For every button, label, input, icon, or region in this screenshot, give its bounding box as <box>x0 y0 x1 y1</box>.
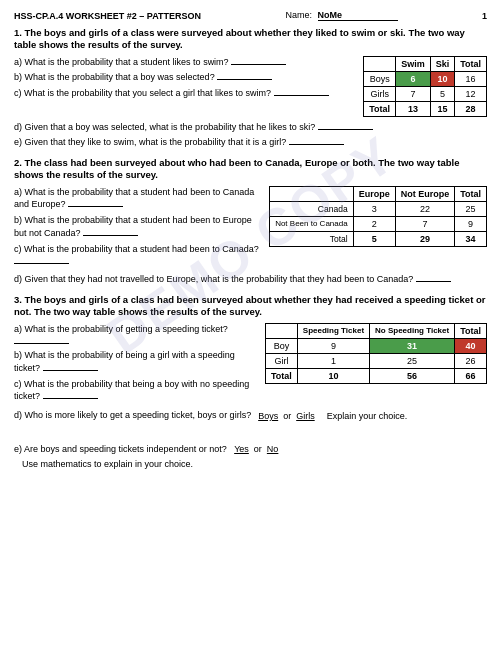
s1-boys-swim: 6 <box>396 71 431 86</box>
q3c: c) What is the probability that being a … <box>14 378 257 403</box>
q1d-answer <box>318 129 373 130</box>
s2-header-europe: Europe <box>353 186 395 201</box>
s2-header-0 <box>270 186 354 201</box>
worksheet-title: HSS-CP.A.4 WORKSHEET #2 – PATTERSON <box>14 11 201 21</box>
q1a-text: What is the probability that a student l… <box>25 57 229 67</box>
q1c-label: c) <box>14 88 22 98</box>
s2-total-total: 34 <box>455 231 487 246</box>
q1e: e) Given that they like to swim, what is… <box>14 136 487 149</box>
s3-header-nospeeding: No Speeding Ticket <box>370 323 455 338</box>
s2-canada-europe: 3 <box>353 201 395 216</box>
section-2-table: Europe Not Europe Total Canada 3 22 25 N… <box>269 186 487 247</box>
q1b-answer <box>217 79 272 80</box>
q3d: d) Who is more likely to get a speeding … <box>14 410 487 422</box>
q2a-label: a) <box>14 187 22 197</box>
q1b-text: What is the probability that a boy was s… <box>25 72 215 82</box>
q3b: b) What is the probability of being a gi… <box>14 349 257 374</box>
q3b-label: b) <box>14 350 22 360</box>
q2b-answer <box>83 235 138 236</box>
name-label: Name: <box>286 10 313 20</box>
s2-canada-total: 25 <box>455 201 487 216</box>
q3a-text: What is the probability of getting a spe… <box>25 324 228 334</box>
s3-header-0 <box>266 323 298 338</box>
s1-boys-total: 16 <box>455 71 487 86</box>
q3e-space <box>14 474 487 492</box>
q3b-answer <box>43 370 98 371</box>
q3e-text: Are boys and speeding tickets independen… <box>24 444 227 454</box>
s2-total-label: Total <box>270 231 354 246</box>
q1d-label: d) <box>14 122 22 132</box>
s1-total-ski: 15 <box>430 101 455 116</box>
s1-row-girls: Girls 7 5 12 <box>364 86 487 101</box>
section-3-title: 3. The boys and girls of a class had bee… <box>14 294 487 319</box>
s1-header-0 <box>364 56 396 71</box>
s2-notcanada-europe: 2 <box>353 216 395 231</box>
name-value: NoMe <box>318 10 398 21</box>
q3c-label: c) <box>14 379 22 389</box>
s3-boy-label: Boy <box>266 338 298 353</box>
s3-girl-ns: 25 <box>370 353 455 368</box>
s1-row-total: Total 13 15 28 <box>364 101 487 116</box>
s2-canada-label: Canada <box>270 201 354 216</box>
q1c-answer <box>274 95 329 96</box>
s2-canada-noteurope: 22 <box>395 201 455 216</box>
s1-total-label: Total <box>364 101 396 116</box>
q2c-text: What is the probability that a student h… <box>24 244 259 254</box>
q1e-answer <box>289 144 344 145</box>
s3-total-s: 10 <box>297 368 369 383</box>
s1-girls-ski: 5 <box>430 86 455 101</box>
s3-header-total: Total <box>455 323 487 338</box>
q1a-label: a) <box>14 57 22 67</box>
q2d: d) Given that they had not travelled to … <box>14 273 487 286</box>
section-3-questions: a) What is the probability of getting a … <box>14 323 257 406</box>
name-area: Name: NoMe <box>286 10 398 21</box>
q3d-space <box>14 425 487 443</box>
s3-row-boy: Boy 9 31 40 <box>266 338 487 353</box>
q2c-answer <box>14 263 69 264</box>
section-3-table: Speeding Ticket No Speeding Ticket Total… <box>265 323 487 384</box>
q3d-label: d) <box>14 410 22 420</box>
q3a-label: a) <box>14 324 22 334</box>
q3a-answer <box>14 343 69 344</box>
q1e-text: Given that they like to swim, what is th… <box>25 137 287 147</box>
q1c-text: What is the probability that you select … <box>24 88 271 98</box>
section-1-title: 1. The boys and girls of a class were su… <box>14 27 487 52</box>
s2-row-canada: Canada 3 22 25 <box>270 201 487 216</box>
q3d-suffix: Explain your choice. <box>327 411 408 421</box>
s2-row-notcanada: Not Been to Canada 2 7 9 <box>270 216 487 231</box>
q1b: b) What is the probability that a boy wa… <box>14 71 355 84</box>
q2d-label: d) <box>14 274 22 284</box>
q2c: c) What is the probability that a studen… <box>14 243 261 267</box>
s2-total-europe: 5 <box>353 231 395 246</box>
q3e-suffix-text: Use mathematics to explain in your choic… <box>22 459 193 469</box>
section-2: 2. The class had been surveyed about who… <box>14 157 487 286</box>
q3e-suffix: Use mathematics to explain in your choic… <box>22 458 487 471</box>
q3d-answer: Boys or Girls <box>253 411 325 421</box>
section-3: 3. The boys and girls of a class had bee… <box>14 294 487 492</box>
s3-total-total: 66 <box>455 368 487 383</box>
s1-header-ski: Ski <box>430 56 455 71</box>
section-2-title: 2. The class had been surveyed about who… <box>14 157 487 182</box>
s3-total-label: Total <box>266 368 298 383</box>
q2a-answer <box>68 206 123 207</box>
s2-total-noteurope: 29 <box>395 231 455 246</box>
q3d-text: Who is more likely to get a speeding tic… <box>25 410 252 420</box>
s3-row-girl: Girl 1 25 26 <box>266 353 487 368</box>
q3e-label: e) <box>14 444 22 454</box>
s3-boy-ns: 31 <box>370 338 455 353</box>
s3-row-total: Total 10 56 66 <box>266 368 487 383</box>
q1d-text: Given that a boy was selected, what is t… <box>25 122 316 132</box>
section-1-table: Swim Ski Total Boys 6 10 16 Girls 7 5 <box>363 56 487 117</box>
q3a: a) What is the probability of getting a … <box>14 323 257 347</box>
s3-girl-s: 1 <box>297 353 369 368</box>
s3-boy-s: 9 <box>297 338 369 353</box>
section-2-questions: a) What is the probability that a studen… <box>14 186 261 269</box>
q3e-answer: Yes or No <box>229 444 283 454</box>
page-number: 1 <box>482 11 487 21</box>
s1-total-swim: 13 <box>396 101 431 116</box>
q1b-label: b) <box>14 72 22 82</box>
s3-total-ns: 56 <box>370 368 455 383</box>
s2-notcanada-total: 9 <box>455 216 487 231</box>
s2-header-total: Total <box>455 186 487 201</box>
s1-girls-total: 12 <box>455 86 487 101</box>
